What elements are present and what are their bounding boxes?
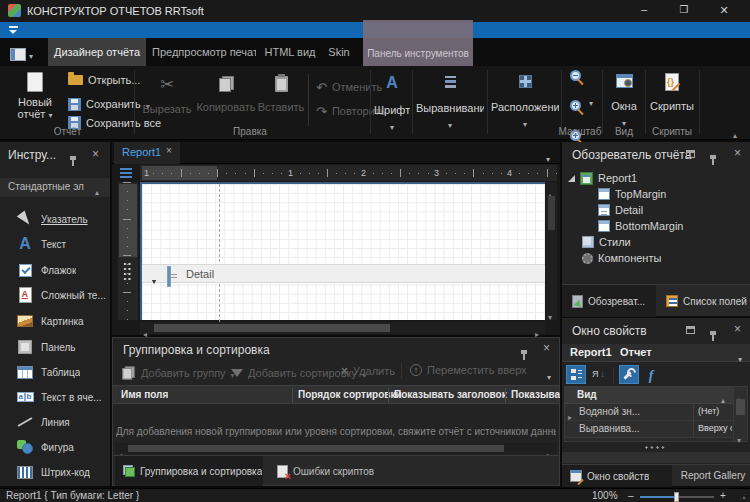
tree-node-styles[interactable]: Стили	[582, 234, 631, 250]
events-mode-button[interactable]	[641, 365, 661, 384]
grid-scrollbar[interactable]	[733, 387, 747, 441]
horizontal-scrollbar[interactable]	[140, 322, 545, 334]
float-window-icon[interactable]	[686, 150, 695, 158]
toolbox-item-line[interactable]: Линия	[14, 411, 70, 433]
property-value[interactable]: (Нет)	[698, 406, 732, 416]
detail-band-header[interactable]: Detail	[142, 264, 545, 283]
toolbox-item-pointer[interactable]: Указатель	[14, 208, 88, 230]
scroll-down-arrow[interactable]	[548, 306, 552, 324]
toolbar-overflow-icon[interactable]	[547, 366, 551, 384]
copy-button[interactable]: Копировать	[196, 70, 256, 128]
save-button[interactable]: Сохранить	[68, 95, 150, 113]
column-header[interactable]: Показыва	[511, 389, 560, 400]
minimize-button[interactable]: –	[630, 3, 658, 15]
move-up-button[interactable]: ↑ Переместить вверх	[410, 364, 527, 376]
pin-icon[interactable]	[523, 354, 525, 360]
undo-button[interactable]: Отменить	[316, 78, 382, 96]
qat-customize-icon[interactable]	[9, 26, 18, 35]
tab-script-errors[interactable]: Ошибки скриптов	[269, 456, 379, 486]
resize-grip-icon[interactable]	[738, 492, 747, 501]
delete-button[interactable]: × Удалить	[341, 364, 395, 378]
close-icon[interactable]: ×	[92, 149, 99, 159]
pin-icon[interactable]	[72, 160, 74, 166]
maximize-button[interactable]: ❒	[670, 4, 698, 15]
column-header[interactable]: Имя поля	[121, 389, 168, 400]
design-page[interactable]: Detail	[140, 182, 545, 320]
pin-icon[interactable]	[712, 335, 714, 341]
float-window-icon[interactable]	[686, 326, 695, 334]
close-button[interactable]: ✕	[710, 4, 738, 17]
scrollbar-thumb[interactable]	[548, 196, 555, 230]
windows-button[interactable]: Окна	[606, 72, 642, 132]
close-icon[interactable]: ×	[166, 146, 172, 156]
tab-properties[interactable]: Окно свойств	[562, 465, 672, 487]
chevron-down-icon[interactable]	[738, 348, 742, 366]
column-header[interactable]: Порядок сортировки	[298, 389, 402, 400]
toolbox-item-text[interactable]: Текст	[14, 233, 66, 255]
category-row[interactable]: Вид	[565, 387, 733, 404]
tab-list-dropdown-icon[interactable]	[546, 148, 550, 166]
vertical-scrollbar[interactable]	[546, 182, 557, 320]
toolbox-item-richtext[interactable]: Сложный те...	[14, 284, 106, 306]
categorized-view-button[interactable]	[566, 365, 586, 384]
tree-node-report[interactable]: Report1	[568, 170, 637, 186]
zoom-out-button[interactable]	[570, 70, 581, 81]
arrange-button[interactable]: Расположение	[491, 72, 559, 132]
toolbox-item-picture[interactable]: Картинка	[14, 310, 84, 332]
tree-node-topmargin[interactable]: TopMargin	[598, 186, 666, 202]
ribbon-collapse-button[interactable]	[733, 124, 737, 142]
scroll-down-arrow[interactable]	[737, 429, 741, 447]
tab-html-view[interactable]: HTML вид	[262, 38, 318, 66]
scrollbar-thumb[interactable]	[736, 399, 745, 415]
splitter-handle[interactable]	[645, 446, 667, 449]
toolbox-item-table[interactable]: Таблица	[14, 361, 80, 383]
cut-button[interactable]: Вырезать	[142, 70, 192, 128]
properties-mode-button[interactable]	[619, 365, 639, 384]
font-button[interactable]: Шрифт	[374, 72, 410, 132]
pin-icon[interactable]	[712, 159, 714, 165]
close-icon[interactable]: ×	[543, 343, 550, 353]
tree-node-components[interactable]: Компоненты	[582, 250, 661, 266]
chevron-down-icon[interactable]	[589, 92, 593, 110]
object-selector[interactable]: Report1 Отчет	[562, 344, 750, 362]
toolbox-group-header[interactable]: Стандартные эл	[0, 178, 110, 197]
toolbox-item-checkbox[interactable]: Флажок	[14, 259, 76, 281]
scrollbar-thumb[interactable]	[128, 445, 504, 452]
tab-field-list[interactable]: Список полей	[660, 285, 750, 317]
close-icon[interactable]: ×	[734, 324, 741, 334]
property-value[interactable]: Вверху слева	[698, 423, 732, 433]
tab-designer[interactable]: Дизайнер отчёта	[48, 38, 146, 66]
scrollbar-thumb[interactable]	[154, 324, 390, 332]
scripts-button[interactable]: Скрипты	[649, 72, 695, 132]
toolbox-item-panel[interactable]: Панель	[14, 336, 76, 358]
tab-grouping[interactable]: Группировка и сортировка	[115, 456, 263, 486]
zoom-level-button[interactable]	[570, 100, 581, 111]
new-report-button[interactable]: Новый отчёт	[10, 70, 60, 134]
tab-print-preview[interactable]: Предпросмотр печати	[152, 38, 256, 66]
zoom-slider-thumb[interactable]	[674, 492, 679, 502]
tab-skin[interactable]: Skin	[324, 38, 354, 66]
toolbar-overlay[interactable]: Панель инструментов	[363, 20, 473, 66]
app-menu-button[interactable]	[10, 45, 33, 63]
grouping-scrollbar[interactable]	[115, 443, 557, 454]
alphabetical-sort-button[interactable]	[588, 365, 608, 384]
expander-icon[interactable]	[568, 175, 575, 182]
property-row[interactable]: Выравнива... Вверху слева	[565, 421, 733, 438]
band-menu-icon[interactable]	[120, 168, 132, 178]
tree-node-bottommargin[interactable]: BottomMargin	[598, 218, 683, 234]
close-icon[interactable]: ×	[734, 148, 741, 158]
toolbox-item-shape[interactable]: Фигура	[14, 436, 74, 458]
document-tab[interactable]: Report1 ×	[114, 142, 180, 164]
tab-report-gallery[interactable]: Report Gallery	[676, 465, 750, 487]
zoom-in-button[interactable]: +	[720, 490, 726, 501]
tree-node-detail[interactable]: Detail	[598, 202, 643, 218]
add-group-button[interactable]: Добавить группу	[121, 364, 235, 382]
property-row[interactable]: Водяной зн... (Нет)	[565, 404, 733, 421]
tab-report-explorer[interactable]: Обозреват...	[562, 285, 656, 317]
zoom-out-button[interactable]: –	[628, 490, 634, 501]
toolbox-item-celltext[interactable]: Текст в яче...	[14, 386, 102, 408]
column-header[interactable]: Показывать заголовок	[394, 389, 507, 400]
open-button[interactable]: Открыть...	[68, 74, 140, 86]
align-button[interactable]: Выравнивание	[416, 72, 484, 132]
drag-grip-icon[interactable]	[123, 262, 132, 281]
